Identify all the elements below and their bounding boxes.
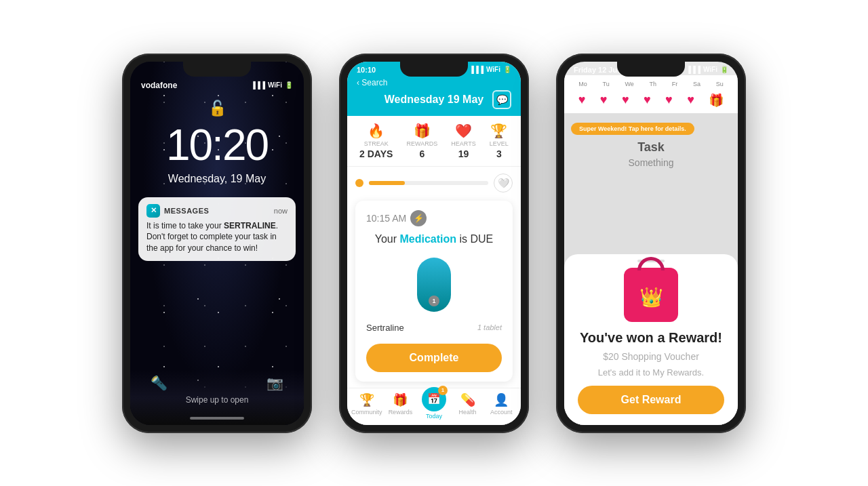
day-we: We	[625, 81, 633, 87]
pill-count: 1	[429, 296, 439, 306]
super-weekend-banner[interactable]: Super Weekend! Tap here for details.	[571, 123, 694, 135]
app-header-title: Wednesday 19 May	[384, 94, 484, 106]
complete-button[interactable]: Complete	[366, 344, 502, 372]
search-bar: ‹ Search	[347, 75, 521, 89]
reward-status-icons: ▐▐▐ WiFi 🔋	[686, 66, 728, 73]
tab-account[interactable]: 👤 Account	[484, 392, 518, 420]
battery-icon-3: 🔋	[720, 66, 728, 73]
day-th: Th	[649, 81, 656, 87]
today-badge: 1	[438, 386, 448, 395]
level-icon: 🏆	[490, 123, 507, 139]
streak-label: STREAK	[364, 140, 389, 147]
notif-app-icon: ✕	[146, 204, 160, 218]
level-label: LEVEL	[490, 140, 509, 147]
message-icon-btn[interactable]: 💬	[492, 90, 511, 109]
flashlight-icon[interactable]: 🔦	[151, 375, 167, 391]
get-reward-button[interactable]: Get Reward	[578, 386, 724, 414]
medication-row: Sertraline 1 tablet	[366, 323, 502, 333]
camera-icon[interactable]: 📷	[267, 375, 283, 391]
carrier-label: vodafone	[141, 81, 177, 90]
streak-value: 2 DAYS	[359, 148, 393, 159]
heart-button[interactable]: 🤍	[494, 174, 513, 193]
tab-community[interactable]: 🏆 Community	[350, 392, 384, 420]
app-screen-container: 10:10 ▐▐▐ WiFi 🔋 ‹ Search Wednesday 19 M…	[347, 62, 521, 425]
hearts-label: HEARTS	[451, 140, 475, 147]
tab-today[interactable]: 📅 1 Today	[417, 392, 451, 420]
task-card: 10:15 AM ⚡ Your Medication is DUE 1	[355, 201, 513, 382]
rewards-label: REWARDS	[407, 140, 438, 147]
back-arrow-icon[interactable]: ‹ Search	[357, 78, 387, 87]
reward-screen-container: Friday 12 July ▐▐▐ WiFi 🔋 Mo Tu We Th Fr	[564, 62, 738, 425]
something-blurred-label: Something	[629, 157, 674, 168]
community-icon: 🏆	[359, 392, 374, 407]
notch-1	[183, 62, 251, 77]
signal-icon-3: ▐▐▐	[686, 66, 701, 73]
status-icons: ▐▐▐ WiFi 🔋	[251, 81, 293, 89]
today-calendar-icon: 📅	[427, 392, 441, 405]
notification-card[interactable]: ✕ MESSAGES now It is time to take your S…	[138, 197, 296, 261]
app-main-content: 🤍 10:15 AM ⚡ Your Medication is DUE	[347, 167, 521, 388]
rewards-icon: 🎁	[414, 123, 431, 139]
lock-time: 10:20	[166, 120, 268, 170]
notch-3	[617, 62, 685, 77]
app-status-icons: ▐▐▐ WiFi 🔋	[469, 66, 511, 73]
health-icon: 💊	[460, 392, 475, 407]
wifi-icon: WiFi	[268, 81, 282, 89]
calendar-days: Mo Tu We Th Fr Sa Su	[571, 81, 731, 87]
account-label: Account	[490, 409, 513, 416]
notif-app-info: ✕ MESSAGES	[146, 204, 209, 218]
app-screen: 10:10 ▐▐▐ WiFi 🔋 ‹ Search Wednesday 19 M…	[347, 62, 521, 425]
stat-level: 🏆 LEVEL 3	[490, 123, 509, 159]
stat-streak: 🔥 STREAK 2 DAYS	[359, 123, 393, 159]
tab-rewards[interactable]: 🎁 Rewards	[384, 392, 418, 420]
lockscreen: vodafone ▐▐▐ WiFi 🔋 🔓 10:20 Wednesday, 1…	[130, 62, 304, 425]
reward-status-time: Friday 12 July	[574, 66, 623, 74]
reward-bag-icon: 👑	[624, 268, 678, 322]
task-time-label: 10:15 AM	[366, 213, 406, 224]
streak-icon: 🔥	[368, 123, 384, 139]
phone-2-app: 10:10 ▐▐▐ WiFi 🔋 ‹ Search Wednesday 19 M…	[339, 54, 529, 433]
today-tab-icon: 📅 1	[422, 387, 446, 411]
notif-body: It is time to take your SERTRALINE. Don'…	[146, 220, 288, 254]
notif-prefix: It is time to take your	[146, 221, 224, 230]
app-stats-row: 🔥 STREAK 2 DAYS 🎁 REWARDS 6 ❤️ HEARTS 19	[347, 116, 521, 167]
medication-highlight: Medication	[399, 233, 456, 245]
community-label: Community	[351, 409, 382, 416]
lockscreen-screen: vodafone ▐▐▐ WiFi 🔋 🔓 10:20 Wednesday, 1…	[130, 62, 304, 425]
rewards-value: 6	[419, 148, 425, 159]
lightning-button[interactable]: ⚡	[410, 210, 427, 226]
tab-health[interactable]: 💊 Health	[451, 392, 485, 420]
reward-won-title: You've won a Reward!	[580, 330, 722, 346]
day-su: Su	[716, 81, 724, 87]
notif-drug: SERTRALINE	[224, 221, 276, 230]
heart-fr: ♥	[665, 93, 673, 108]
heart-tu: ♥	[600, 93, 608, 108]
calendar-header: Mo Tu We Th Fr Sa Su ♥ ♥ ♥ ♥ ♥ ♥	[564, 75, 738, 113]
hearts-value: 19	[458, 148, 469, 159]
app-time: 10:10	[357, 66, 376, 74]
day-mo: Mo	[578, 81, 587, 87]
stat-hearts: ❤️ HEARTS 19	[451, 123, 475, 159]
home-bar-1	[190, 417, 244, 420]
app-logo: ✕	[151, 206, 157, 215]
med-name: Sertraline	[366, 323, 404, 333]
rewards-tab-icon: 🎁	[393, 392, 408, 407]
app-signal: ▐▐▐	[469, 66, 484, 73]
today-label: Today	[426, 413, 442, 420]
task-time-row: 10:15 AM ⚡	[366, 210, 427, 226]
health-label: Health	[459, 409, 477, 416]
day-tu: Tu	[603, 81, 610, 87]
pill-icon: 1	[417, 258, 451, 312]
notch-2	[400, 62, 468, 77]
day-fr: Fr	[672, 81, 678, 87]
phone-1-lockscreen: vodafone ▐▐▐ WiFi 🔋 🔓 10:20 Wednesday, 1…	[122, 54, 312, 433]
heart-mo: ♥	[578, 93, 586, 108]
lock-date: Wednesday, 19 May	[168, 173, 266, 185]
signal-icon: ▐▐▐	[251, 81, 265, 89]
progress-dot	[355, 179, 363, 187]
account-icon: 👤	[494, 392, 509, 407]
crown-icon: 👑	[639, 286, 663, 308]
battery-icon: 🔋	[285, 81, 293, 89]
scene: vodafone ▐▐▐ WiFi 🔋 🔓 10:20 Wednesday, 1…	[0, 0, 868, 486]
hearts-icon: ❤️	[455, 123, 472, 139]
